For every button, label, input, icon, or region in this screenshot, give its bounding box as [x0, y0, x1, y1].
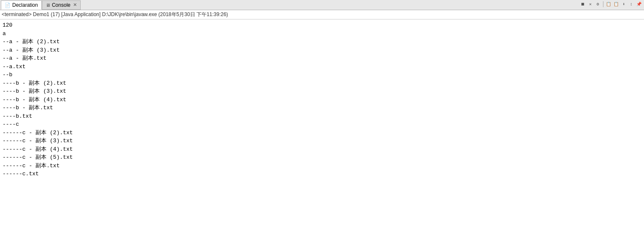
console-line: ------c.txt [3, 170, 641, 178]
word-wrap-button[interactable]: ↕ [628, 1, 635, 8]
console-tab-icon: 🖥 [46, 3, 50, 8]
status-text: <terminated> Demo1 (17) [Java Applicatio… [2, 11, 228, 18]
separator-1 [603, 1, 603, 7]
console-tab-close[interactable]: ✕ [73, 2, 77, 8]
settings-button[interactable]: ⚙ [595, 1, 601, 8]
status-bar: <terminated> Demo1 (17) [Java Applicatio… [0, 10, 644, 19]
console-line: ----c [3, 120, 641, 129]
tab-bar: 📄 Declaration 🖥 Console ✕ ⏹ ✕ ⚙ 📋 📋 ⬇ ↕ … [0, 0, 644, 10]
console-line: ----b - 副本 (3).txt [3, 87, 641, 96]
copy-button[interactable]: 📋 [605, 1, 612, 8]
console-line: --a - 副本.txt [3, 54, 641, 63]
paste-button[interactable]: 📋 [613, 1, 619, 8]
tab-declaration[interactable]: 📄 Declaration [1, 0, 42, 10]
console-line: ------c - 副本 (4).txt [3, 145, 641, 154]
pin-button[interactable]: 📌 [636, 1, 642, 8]
console-line: ----b - 副本 (2).txt [3, 79, 641, 88]
tab-console[interactable]: 🖥 Console ✕ [42, 0, 81, 10]
console-line: a [3, 30, 641, 38]
console-line: --a.txt [3, 63, 641, 71]
console-line: --b [3, 71, 641, 79]
remove-button[interactable]: ✕ [587, 1, 594, 8]
console-output: 120a--a - 副本 (2).txt--a - 副本 (3).txt--a … [0, 19, 644, 246]
console-line: ------c - 副本 (5).txt [3, 153, 641, 162]
console-line: ----b - 副本.txt [3, 104, 641, 112]
console-line: ----b - 副本 (4).txt [3, 96, 641, 104]
declaration-tab-icon: 📄 [5, 3, 11, 8]
console-line: --a - 副本 (3).txt [3, 46, 641, 55]
console-line: ----b.txt [3, 112, 641, 121]
console-tab-label: Console [52, 2, 71, 8]
console-line: ------c - 副本.txt [3, 162, 641, 170]
console-line: 120 [3, 21, 641, 30]
console-line: ------c - 副本 (3).txt [3, 137, 641, 145]
console-line: ------c - 副本 (2).txt [3, 129, 641, 137]
console-line: --a - 副本 (2).txt [3, 38, 641, 46]
scroll-lock-button[interactable]: ⬇ [620, 1, 627, 8]
toolbar-right: ⏹ ✕ ⚙ 📋 📋 ⬇ ↕ 📌 [579, 1, 642, 8]
declaration-tab-label: Declaration [12, 2, 38, 8]
stop-button[interactable]: ⏹ [579, 1, 586, 8]
